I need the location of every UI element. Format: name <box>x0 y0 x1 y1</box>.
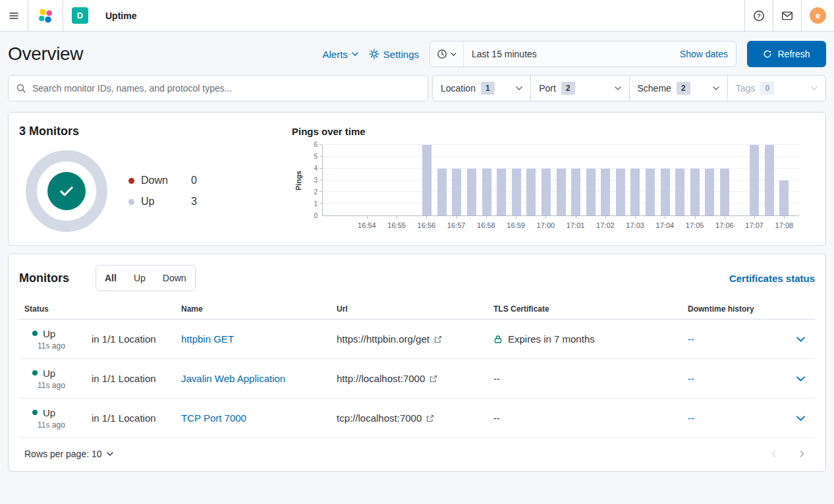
ping-bar <box>482 169 491 215</box>
monitors-title: Monitors <box>19 271 69 285</box>
filter-label: Scheme <box>638 83 671 94</box>
quick-select-button[interactable] <box>430 42 464 67</box>
filter-location[interactable]: Location 1 <box>433 76 530 101</box>
x-tick-mark <box>367 216 368 219</box>
settings-button[interactable]: Settings <box>369 49 419 60</box>
x-tick-mark <box>754 216 755 219</box>
show-dates-button[interactable]: Show dates <box>672 49 736 59</box>
y-tick-label: 5 <box>314 153 318 160</box>
monitor-name-link[interactable]: Javalin Web Application <box>181 373 285 384</box>
pings-chart: Pings over time Pings 0123456 16:5416:55… <box>285 125 815 233</box>
ping-bar <box>512 169 521 215</box>
menu-button[interactable] <box>0 0 28 31</box>
chevron-down-icon <box>796 416 805 421</box>
status-ago: 11s ago <box>38 381 92 390</box>
legend-item-up: Up 3 <box>128 191 197 212</box>
external-link-icon[interactable] <box>430 375 437 383</box>
expand-row-button[interactable] <box>786 376 815 381</box>
monitor-url: https://httpbin.org/get <box>337 333 430 345</box>
monitor-url: http://localhost:7000 <box>337 373 425 384</box>
x-tick-mark <box>695 216 696 219</box>
date-range-value[interactable]: Last 15 minutes <box>464 49 672 59</box>
tab-all[interactable]: All <box>96 266 125 291</box>
count-badge: 2 <box>677 82 690 95</box>
tab-up[interactable]: Up <box>125 266 154 291</box>
external-link-icon[interactable] <box>426 414 434 422</box>
chevron-down-icon <box>451 53 457 56</box>
y-tick-mark <box>320 191 322 192</box>
table-row: Up 11s ago in 1/1 Location httpbin GET h… <box>19 320 815 359</box>
column-name: Name <box>176 304 331 314</box>
page-header: Overview Alerts Settings Last 15 minutes… <box>0 32 834 74</box>
y-tick-label: 3 <box>314 177 318 184</box>
rows-per-page-button[interactable]: Rows per page: 10 <box>24 449 113 459</box>
column-url: Url <box>331 304 488 314</box>
monitors-panel: Monitors All Up Down Certificates status… <box>8 254 826 472</box>
page-title: Overview <box>8 43 83 65</box>
status-up-dot <box>32 410 38 415</box>
refresh-icon <box>763 49 772 59</box>
status-text: Up <box>43 368 55 379</box>
external-link-icon[interactable] <box>434 335 442 343</box>
deployment-badge: D <box>72 7 88 24</box>
status-ok-circle <box>47 172 86 210</box>
chart-title: Pings over time <box>292 126 799 137</box>
rows-per-page-label: Rows per page: 10 <box>24 449 102 459</box>
legend-value: 3 <box>191 196 197 208</box>
expand-row-button[interactable] <box>786 416 815 421</box>
mail-icon <box>781 10 793 22</box>
tab-down[interactable]: Down <box>154 266 195 291</box>
ping-bar <box>646 169 655 215</box>
gear-icon <box>369 49 379 59</box>
count-badge: 1 <box>481 82 495 95</box>
certificates-status-link[interactable]: Certificates status <box>729 273 815 284</box>
ping-bar <box>661 169 670 215</box>
downtime-value: -- <box>688 373 694 384</box>
tls-text: -- <box>493 373 500 384</box>
x-tick-label: 17:02 <box>596 221 615 229</box>
ping-bar <box>705 169 714 215</box>
table-row: Up 11s ago in 1/1 Location Javalin Web A… <box>19 359 815 399</box>
status-legend: Down 0 Up 3 <box>128 170 197 212</box>
ping-bar <box>690 169 700 215</box>
y-tick-mark <box>320 180 322 181</box>
filter-port[interactable]: Port 2 <box>530 76 628 101</box>
previous-page-button <box>770 450 778 458</box>
x-tick-label: 17:04 <box>656 221 675 229</box>
x-tick-label: 16:58 <box>477 221 495 229</box>
refresh-button[interactable]: Refresh <box>747 41 826 67</box>
x-tick-label: 17:05 <box>686 221 704 229</box>
monitor-name-link[interactable]: TCP Port 7000 <box>181 412 246 424</box>
legend-value: 0 <box>191 175 197 186</box>
x-tick-mark <box>725 216 725 219</box>
ping-bar <box>467 169 476 215</box>
monitor-name-link[interactable]: httpbin GET <box>181 333 234 345</box>
pagination <box>770 450 810 458</box>
newsfeed-button[interactable] <box>773 0 801 31</box>
y-tick-mark <box>320 144 322 145</box>
status-ago: 11s ago <box>38 420 92 430</box>
status-text: Up <box>43 407 55 418</box>
filter-tags: Tags 0 <box>727 76 825 101</box>
next-page-button[interactable] <box>798 450 806 458</box>
snapshot-title: 3 Monitors <box>19 125 285 138</box>
help-button[interactable]: ? <box>744 0 773 31</box>
location-text: in 1/1 Location <box>92 373 156 384</box>
search-input[interactable] <box>32 83 420 94</box>
filter-scheme[interactable]: Scheme 2 <box>629 76 727 101</box>
y-tick-label: 0 <box>314 212 318 219</box>
count-badge: 0 <box>760 82 774 95</box>
legend-label: Down <box>141 175 178 186</box>
alerts-dropdown[interactable]: Alerts <box>322 49 358 60</box>
user-menu-button[interactable]: e <box>801 0 834 31</box>
tls-text: Expires in 7 months <box>508 333 595 345</box>
x-tick-label: 16:57 <box>447 221 466 229</box>
lock-icon <box>493 335 503 344</box>
x-tick-mark <box>605 216 606 219</box>
elastic-logo[interactable] <box>28 0 63 31</box>
x-tick-mark <box>665 216 665 219</box>
status-donut-chart <box>26 150 107 232</box>
column-tls: TLS Certificate <box>488 304 682 314</box>
expand-row-button[interactable] <box>786 337 815 342</box>
x-tick-label: 16:55 <box>387 221 406 229</box>
